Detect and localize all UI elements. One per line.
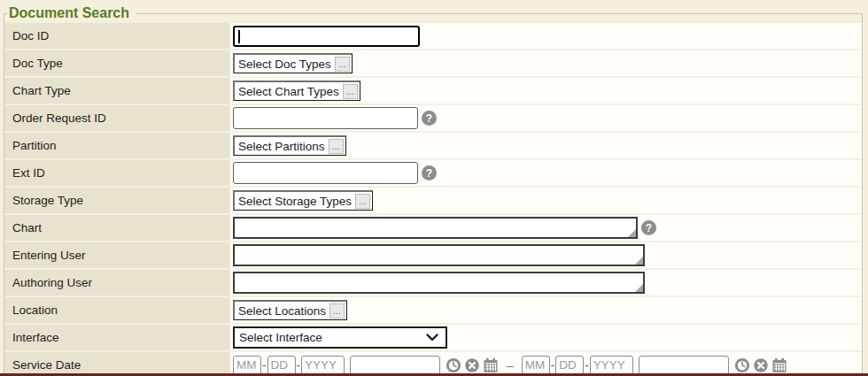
chart-type-label: Chart Type: [4, 78, 229, 104]
interface-select[interactable]: Select Interface: [233, 326, 447, 349]
chart-type-picker-text: Select Chart Types: [238, 85, 339, 98]
service-date-to-month-input[interactable]: [522, 356, 550, 375]
authoring-user-textarea[interactable]: [233, 272, 645, 294]
date-separator: -: [551, 358, 555, 372]
form-row-interface: Interface Select Interface: [4, 325, 862, 350]
form-row-order-request-id: Order Request ID ?: [4, 105, 862, 131]
date-range-separator: –: [507, 358, 514, 372]
service-date-to-day-input[interactable]: [555, 356, 584, 375]
form-row-service-date: Service Date - -: [4, 352, 862, 376]
storage-type-label: Storage Type: [4, 188, 229, 213]
service-date-label: Service Date: [4, 352, 229, 376]
interface-label: Interface: [4, 325, 229, 350]
form-row-doc-id: Doc ID: [4, 23, 862, 49]
clear-icon[interactable]: [753, 357, 769, 373]
doc-type-label: Doc Type: [4, 50, 229, 76]
storage-type-more-button[interactable]: ...: [355, 194, 370, 209]
page-title: Document Search: [7, 5, 136, 21]
doc-type-picker-text: Select Doc Types: [238, 58, 331, 71]
service-date-to-group: - -: [522, 356, 787, 375]
service-date-from-day-input[interactable]: [267, 356, 296, 375]
partition-more-button[interactable]: ...: [329, 139, 344, 154]
date-separator: -: [585, 358, 589, 372]
ext-id-label: Ext ID: [4, 160, 229, 186]
doc-id-input[interactable]: [233, 26, 420, 47]
date-separator: -: [262, 358, 267, 372]
form-row-location: Location Select Locations ...: [4, 297, 862, 323]
form-row-chart-type: Chart Type Select Chart Types ...: [4, 78, 862, 104]
partition-label: Partition: [4, 133, 229, 158]
form-row-authoring-user: Authoring User: [4, 270, 862, 295]
document-search-form: Document Search Doc ID Doc Type Select D…: [4, 5, 863, 376]
service-date-from-group: - -: [233, 356, 499, 375]
service-date-to-year-input[interactable]: [590, 356, 633, 375]
chart-type-picker[interactable]: Select Chart Types ...: [233, 81, 360, 101]
authoring-user-label: Authoring User: [4, 270, 229, 295]
location-picker-text: Select Locations: [238, 304, 326, 318]
clock-icon[interactable]: [734, 357, 750, 373]
partition-picker[interactable]: Select Partitions ...: [233, 135, 346, 156]
form-row-chart: Chart ?: [4, 215, 862, 241]
chart-label: Chart: [4, 215, 229, 241]
resize-handle-icon[interactable]: [635, 284, 643, 292]
storage-type-picker-text: Select Storage Types: [238, 195, 352, 208]
chart-textarea[interactable]: [233, 217, 638, 239]
order-request-id-label: Order Request ID: [4, 105, 229, 131]
order-request-id-input[interactable]: [233, 107, 418, 129]
help-icon[interactable]: ?: [641, 220, 656, 235]
doc-type-more-button[interactable]: ...: [335, 57, 350, 72]
form-row-ext-id: Ext ID ?: [4, 160, 862, 186]
help-icon[interactable]: ?: [422, 111, 437, 126]
chevron-down-icon: [426, 334, 438, 341]
service-date-from-year-input[interactable]: [301, 356, 345, 375]
resize-handle-icon[interactable]: [635, 257, 643, 265]
resize-handle-icon[interactable]: [628, 229, 636, 237]
storage-type-picker[interactable]: Select Storage Types ...: [233, 190, 373, 211]
chart-type-more-button[interactable]: ...: [343, 84, 358, 99]
location-more-button[interactable]: ...: [329, 303, 345, 318]
service-date-from-time-input[interactable]: [350, 356, 440, 375]
location-picker[interactable]: Select Locations ...: [233, 300, 347, 320]
interface-selected-value: Select Interface: [239, 331, 322, 344]
clock-icon[interactable]: [446, 357, 461, 373]
entering-user-label: Entering User: [4, 242, 229, 268]
clear-icon[interactable]: [464, 357, 480, 373]
help-icon[interactable]: ?: [422, 165, 437, 180]
form-row-partition: Partition Select Partitions ...: [4, 133, 862, 158]
form-row-storage-type: Storage Type Select Storage Types ...: [4, 188, 862, 213]
location-label: Location: [4, 297, 229, 323]
service-date-from-month-input[interactable]: [233, 356, 261, 375]
doc-type-picker[interactable]: Select Doc Types ...: [233, 53, 353, 73]
form-row-doc-type: Doc Type Select Doc Types ...: [4, 50, 862, 76]
doc-id-label: Doc ID: [4, 23, 229, 49]
calendar-icon[interactable]: [771, 357, 787, 373]
date-separator: -: [297, 358, 301, 372]
calendar-icon[interactable]: [483, 357, 499, 373]
entering-user-textarea[interactable]: [233, 244, 645, 266]
form-row-entering-user: Entering User: [4, 242, 862, 268]
service-date-to-time-input[interactable]: [639, 356, 729, 375]
partition-picker-text: Select Partitions: [238, 140, 325, 153]
ext-id-input[interactable]: [233, 162, 418, 184]
